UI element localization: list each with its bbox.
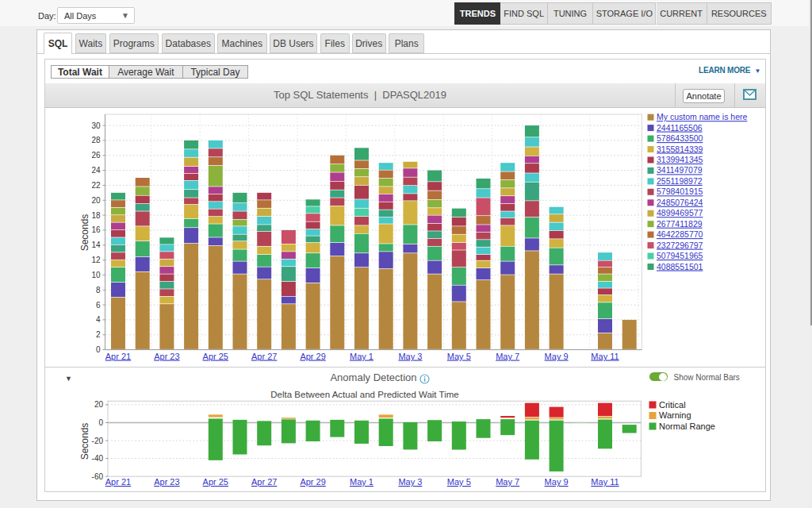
svg-text:May 9: May 9: [545, 477, 569, 487]
svg-text:2485076424: 2485076424: [657, 198, 703, 207]
svg-text:26: 26: [91, 151, 101, 160]
svg-text:Apr 29: Apr 29: [300, 352, 325, 361]
svg-text:Apr 21: Apr 21: [105, 477, 131, 487]
svg-text:May 3: May 3: [398, 352, 422, 361]
svg-text:May 1: May 1: [350, 352, 373, 361]
svg-text:-20: -20: [92, 437, 104, 445]
svg-text:4: 4: [96, 315, 101, 324]
svg-text:2677411829: 2677411829: [657, 219, 703, 229]
svg-text:Warning: Warning: [659, 410, 691, 420]
svg-text:10: 10: [91, 271, 101, 279]
svg-text:2441165506: 2441165506: [657, 123, 703, 133]
svg-text:4899469577: 4899469577: [657, 208, 703, 217]
svg-text:-60: -60: [92, 472, 104, 481]
svg-text:3155814339: 3155814339: [657, 144, 703, 154]
svg-text:6: 6: [96, 301, 101, 310]
svg-text:Apr 27: Apr 27: [251, 352, 277, 361]
svg-text:May 9: May 9: [545, 352, 569, 361]
svg-text:May 7: May 7: [496, 477, 519, 487]
svg-text:18: 18: [91, 211, 101, 220]
svg-text:My custom name is here: My custom name is here: [657, 112, 748, 121]
svg-text:8: 8: [96, 286, 101, 294]
svg-text:5798401915: 5798401915: [657, 187, 703, 196]
svg-text:4088551501: 4088551501: [657, 262, 703, 271]
svg-text:-40: -40: [92, 454, 104, 463]
svg-text:Apr 25: Apr 25: [203, 352, 228, 361]
svg-text:May 11: May 11: [591, 477, 619, 487]
svg-text:Normal Range: Normal Range: [659, 421, 715, 431]
svg-text:Seconds: Seconds: [79, 423, 90, 460]
svg-text:Critical: Critical: [659, 400, 686, 410]
svg-text:14: 14: [91, 241, 101, 249]
svg-text:2: 2: [96, 330, 101, 339]
svg-text:Apr 23: Apr 23: [154, 352, 179, 361]
svg-text:30: 30: [91, 121, 101, 130]
svg-text:May 5: May 5: [447, 352, 471, 361]
svg-text:5786433500: 5786433500: [657, 133, 703, 143]
svg-text:2551198972: 2551198972: [657, 176, 703, 186]
svg-text:4642285770: 4642285770: [657, 229, 703, 239]
svg-text:28: 28: [91, 136, 101, 144]
svg-text:20: 20: [91, 196, 101, 205]
svg-text:Apr 29: Apr 29: [300, 477, 325, 487]
svg-text:Apr 25: Apr 25: [203, 477, 228, 487]
svg-text:May 7: May 7: [496, 352, 519, 361]
svg-text:May 3: May 3: [398, 477, 422, 487]
svg-text:12: 12: [91, 256, 101, 264]
svg-text:22: 22: [91, 181, 101, 190]
svg-text:May 5: May 5: [447, 477, 471, 487]
svg-text:0: 0: [96, 345, 101, 354]
svg-text:24: 24: [91, 166, 101, 175]
svg-text:Seconds: Seconds: [79, 214, 90, 252]
svg-text:Apr 23: Apr 23: [154, 477, 179, 487]
svg-text:Apr 21: Apr 21: [105, 352, 131, 361]
svg-text:2327296797: 2327296797: [657, 241, 703, 250]
svg-text:Apr 27: Apr 27: [251, 477, 277, 487]
svg-text:3411497079: 3411497079: [657, 165, 703, 175]
svg-text:16: 16: [91, 225, 101, 234]
svg-text:5079451965: 5079451965: [657, 251, 703, 260]
svg-text:May 11: May 11: [591, 352, 619, 361]
svg-text:Delta Between Actual and Predi: Delta Between Actual and Predicted Wait …: [270, 390, 458, 399]
svg-text:20: 20: [94, 400, 104, 409]
svg-text:0: 0: [98, 418, 103, 427]
svg-text:May 1: May 1: [350, 477, 373, 487]
svg-text:3139941345: 3139941345: [657, 155, 703, 164]
